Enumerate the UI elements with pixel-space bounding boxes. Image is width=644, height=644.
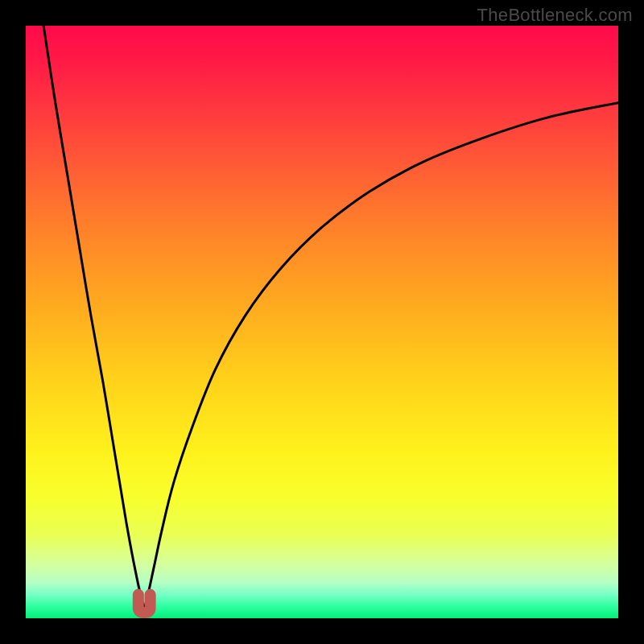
watermark-text: TheBottleneck.com [477, 5, 633, 26]
curve-layer [26, 26, 618, 618]
plot-area [26, 26, 618, 618]
optimum-marker [138, 595, 151, 613]
chart-frame: TheBottleneck.com [0, 0, 644, 644]
bottleneck-curve [43, 26, 618, 606]
